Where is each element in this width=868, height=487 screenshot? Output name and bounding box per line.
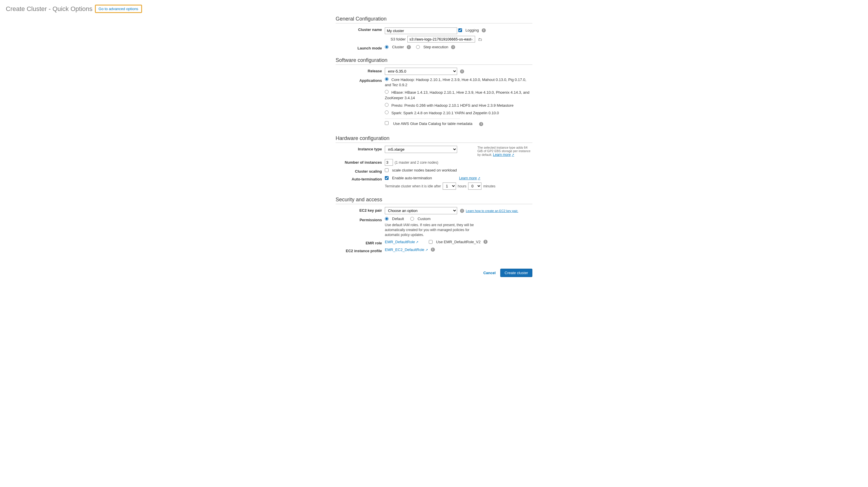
- release-label: Release: [336, 68, 385, 73]
- info-icon[interactable]: i: [460, 69, 464, 73]
- software-heading: Software configuration: [336, 57, 532, 65]
- create-cluster-button[interactable]: Create cluster: [500, 269, 532, 277]
- permissions-custom-radio[interactable]: Custom: [410, 217, 431, 221]
- section-software: Software configuration Release emr-5.35.…: [336, 57, 532, 128]
- cancel-button[interactable]: Cancel: [483, 269, 496, 277]
- permissions-desc: Use default IAM roles. If roles are not …: [385, 223, 480, 237]
- idle-minutes-select[interactable]: 0: [468, 183, 482, 190]
- glue-checkbox-row[interactable]: Use AWS Glue Data Catalog for table meta…: [385, 121, 532, 126]
- advanced-options-link[interactable]: Go to advanced options: [95, 5, 142, 13]
- info-icon[interactable]: i: [479, 122, 483, 126]
- ec2-profile-label: EC2 instance profile: [336, 248, 385, 253]
- auto-termination-checkbox[interactable]: [385, 176, 389, 180]
- logging-label: Logging: [466, 28, 479, 32]
- info-icon[interactable]: i: [451, 45, 455, 49]
- launch-mode-step[interactable]: Step execution i: [416, 45, 455, 49]
- instance-type-label: Instance type: [336, 146, 385, 151]
- cluster-scaling-checkbox[interactable]: [385, 168, 389, 172]
- learn-more-link[interactable]: Learn more↗: [459, 176, 480, 180]
- app-spark-radio[interactable]: Spark: Spark 2.4.8 on Hadoop 2.10.1 YARN…: [385, 110, 532, 116]
- cluster-name-label: Cluster name: [336, 26, 385, 32]
- cluster-scaling-label: Cluster scaling: [336, 168, 385, 173]
- permissions-default-radio[interactable]: Default: [385, 217, 404, 221]
- launch-mode-label: Launch mode: [336, 45, 385, 50]
- hardware-heading: Hardware configuration: [336, 135, 532, 143]
- applications-label: Applications: [336, 77, 385, 83]
- app-hbase-radio[interactable]: HBase: HBase 1.4.13, Hadoop 2.10.1, Hive…: [385, 90, 532, 100]
- external-link-icon: ↗: [478, 176, 480, 180]
- section-general: General Configuration Cluster name Loggi…: [336, 16, 532, 50]
- security-heading: Security and access: [336, 197, 532, 204]
- external-link-icon: ↗: [512, 153, 514, 157]
- section-hardware: Hardware configuration Instance type m5.…: [336, 135, 532, 190]
- general-heading: General Configuration: [336, 16, 532, 24]
- s3-folder-input[interactable]: [407, 36, 475, 42]
- emr-role-link[interactable]: EMR_DefaultRole↗: [385, 240, 418, 244]
- idle-hours-select[interactable]: 1: [443, 183, 456, 190]
- num-instances-input[interactable]: [385, 159, 393, 166]
- num-instances-hint: (1 master and 2 core nodes): [395, 161, 438, 165]
- num-instances-label: Number of instances: [336, 159, 385, 165]
- ec2-key-hint-link[interactable]: Learn how to create an EC2 key pair.: [466, 209, 518, 213]
- footer-actions: Cancel Create cluster: [336, 260, 532, 277]
- app-core-radio[interactable]: Core Hadoop: Hadoop 2.10.1, Hive 2.3.9, …: [385, 77, 532, 88]
- use-v2-checkbox[interactable]: [429, 240, 433, 244]
- permissions-label: Permissions: [336, 217, 385, 222]
- folder-browse-icon[interactable]: 🗀: [478, 37, 482, 42]
- ec2-key-label: EC2 key pair: [336, 207, 385, 213]
- external-link-icon: ↗: [425, 248, 428, 252]
- glue-checkbox[interactable]: [385, 121, 389, 125]
- app-presto-radio[interactable]: Presto: Presto 0.266 with Hadoop 2.10.1 …: [385, 103, 532, 108]
- external-link-icon: ↗: [416, 240, 418, 244]
- ec2-key-select[interactable]: Choose an option: [385, 207, 457, 214]
- instance-type-hint: The selected instance type adds 64 GiB o…: [474, 146, 532, 157]
- info-icon[interactable]: i: [484, 240, 488, 244]
- emr-role-label: EMR role: [336, 240, 385, 245]
- page-title: Create Cluster - Quick Options: [6, 5, 93, 13]
- info-icon[interactable]: i: [460, 209, 464, 213]
- section-security: Security and access EC2 key pair Choose …: [336, 197, 532, 253]
- ec2-profile-link[interactable]: EMR_EC2_DefaultRole↗: [385, 248, 428, 252]
- launch-mode-cluster[interactable]: Cluster i: [385, 45, 411, 49]
- s3-folder-label: S3 folder: [391, 37, 406, 41]
- info-icon[interactable]: i: [407, 45, 411, 49]
- logging-checkbox[interactable]: [458, 28, 462, 32]
- learn-more-link[interactable]: Learn more↗: [493, 153, 514, 157]
- release-select[interactable]: emr-5.35.0: [385, 68, 457, 75]
- auto-termination-label: Auto-termination: [336, 176, 385, 181]
- instance-type-select[interactable]: m5.xlarge: [385, 146, 457, 153]
- info-icon[interactable]: i: [482, 28, 486, 32]
- cluster-name-input[interactable]: [385, 28, 457, 34]
- info-icon[interactable]: i: [431, 248, 435, 252]
